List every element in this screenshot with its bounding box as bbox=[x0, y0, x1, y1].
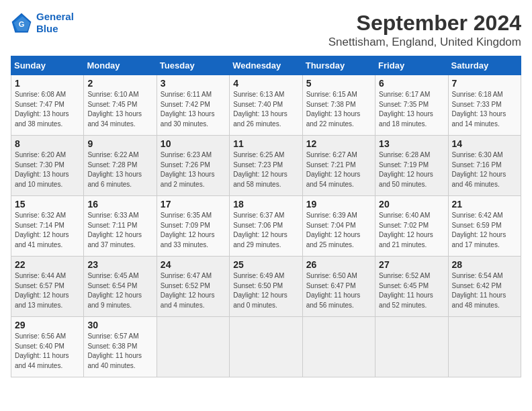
day-number: 6 bbox=[379, 78, 444, 89]
week-row-5: 29Sunrise: 6:56 AM Sunset: 6:40 PM Dayli… bbox=[11, 317, 521, 377]
calendar-cell: 20Sunrise: 6:40 AM Sunset: 7:02 PM Dayli… bbox=[375, 196, 448, 257]
day-info: Sunrise: 6:47 AM Sunset: 6:52 PM Dayligh… bbox=[161, 271, 226, 310]
calendar-cell: 11Sunrise: 6:25 AM Sunset: 7:23 PM Dayli… bbox=[230, 136, 302, 196]
calendar-body: 1Sunrise: 6:08 AM Sunset: 7:47 PM Daylig… bbox=[11, 75, 521, 377]
day-info: Sunrise: 6:08 AM Sunset: 7:47 PM Dayligh… bbox=[15, 90, 80, 129]
calendar-cell: 14Sunrise: 6:30 AM Sunset: 7:16 PM Dayli… bbox=[448, 136, 521, 196]
page-title: September 2024 bbox=[328, 11, 521, 36]
day-info: Sunrise: 6:39 AM Sunset: 7:04 PM Dayligh… bbox=[306, 211, 371, 250]
calendar-cell: 9Sunrise: 6:22 AM Sunset: 7:28 PM Daylig… bbox=[84, 136, 157, 196]
calendar-cell: 3Sunrise: 6:11 AM Sunset: 7:42 PM Daylig… bbox=[157, 75, 229, 136]
day-info: Sunrise: 6:57 AM Sunset: 6:38 PM Dayligh… bbox=[87, 332, 152, 371]
day-number: 22 bbox=[15, 259, 80, 270]
day-number: 12 bbox=[306, 138, 371, 149]
day-info: Sunrise: 6:17 AM Sunset: 7:35 PM Dayligh… bbox=[379, 90, 444, 129]
header-tuesday: Tuesday bbox=[157, 56, 229, 75]
day-number: 25 bbox=[233, 259, 298, 270]
calendar-cell: 7Sunrise: 6:18 AM Sunset: 7:33 PM Daylig… bbox=[448, 75, 521, 136]
day-number: 15 bbox=[15, 199, 80, 210]
day-info: Sunrise: 6:35 AM Sunset: 7:09 PM Dayligh… bbox=[161, 211, 226, 250]
day-info: Sunrise: 6:45 AM Sunset: 6:54 PM Dayligh… bbox=[87, 271, 152, 310]
day-number: 20 bbox=[379, 199, 444, 210]
day-info: Sunrise: 6:54 AM Sunset: 6:42 PM Dayligh… bbox=[452, 271, 517, 310]
day-info: Sunrise: 6:10 AM Sunset: 7:45 PM Dayligh… bbox=[87, 90, 152, 129]
header-thursday: Thursday bbox=[302, 56, 375, 75]
day-info: Sunrise: 6:49 AM Sunset: 6:50 PM Dayligh… bbox=[233, 271, 298, 310]
header-saturday: Saturday bbox=[448, 56, 521, 75]
calendar-cell: 13Sunrise: 6:28 AM Sunset: 7:19 PM Dayli… bbox=[375, 136, 448, 196]
calendar-cell: 29Sunrise: 6:56 AM Sunset: 6:40 PM Dayli… bbox=[11, 317, 84, 377]
day-number: 9 bbox=[87, 138, 152, 149]
day-info: Sunrise: 6:40 AM Sunset: 7:02 PM Dayligh… bbox=[379, 211, 444, 250]
day-number: 26 bbox=[306, 259, 371, 270]
calendar-cell: 5Sunrise: 6:15 AM Sunset: 7:38 PM Daylig… bbox=[302, 75, 375, 136]
day-info: Sunrise: 6:44 AM Sunset: 6:57 PM Dayligh… bbox=[15, 271, 80, 310]
day-number: 2 bbox=[87, 78, 152, 89]
header-monday: Monday bbox=[84, 56, 157, 75]
logo: G General Blue bbox=[11, 11, 74, 35]
calendar-cell bbox=[157, 317, 229, 377]
day-info: Sunrise: 6:27 AM Sunset: 7:21 PM Dayligh… bbox=[306, 150, 371, 189]
day-number: 17 bbox=[161, 199, 226, 210]
calendar-cell: 12Sunrise: 6:27 AM Sunset: 7:21 PM Dayli… bbox=[302, 136, 375, 196]
svg-text:G: G bbox=[19, 20, 25, 28]
day-number: 29 bbox=[15, 320, 80, 330]
page-header: G General Blue September 2024 Snettisham… bbox=[11, 11, 521, 49]
day-info: Sunrise: 6:18 AM Sunset: 7:33 PM Dayligh… bbox=[452, 90, 517, 129]
calendar-cell bbox=[302, 317, 375, 377]
day-number: 27 bbox=[379, 259, 444, 270]
calendar-cell: 23Sunrise: 6:45 AM Sunset: 6:54 PM Dayli… bbox=[84, 257, 157, 317]
calendar-cell: 16Sunrise: 6:33 AM Sunset: 7:11 PM Dayli… bbox=[84, 196, 157, 257]
day-number: 21 bbox=[452, 199, 517, 210]
day-info: Sunrise: 6:33 AM Sunset: 7:11 PM Dayligh… bbox=[87, 211, 152, 250]
day-number: 7 bbox=[452, 78, 517, 89]
day-number: 10 bbox=[161, 138, 226, 149]
week-row-2: 8Sunrise: 6:20 AM Sunset: 7:30 PM Daylig… bbox=[11, 136, 521, 196]
logo-icon: G bbox=[11, 12, 32, 34]
calendar-cell: 25Sunrise: 6:49 AM Sunset: 6:50 PM Dayli… bbox=[230, 257, 302, 317]
calendar-table: SundayMondayTuesdayWednesdayThursdayFrid… bbox=[11, 56, 521, 377]
day-number: 14 bbox=[452, 138, 517, 149]
calendar-cell: 2Sunrise: 6:10 AM Sunset: 7:45 PM Daylig… bbox=[84, 75, 157, 136]
calendar-cell: 6Sunrise: 6:17 AM Sunset: 7:35 PM Daylig… bbox=[375, 75, 448, 136]
day-info: Sunrise: 6:28 AM Sunset: 7:19 PM Dayligh… bbox=[379, 150, 444, 189]
calendar-cell: 15Sunrise: 6:32 AM Sunset: 7:14 PM Dayli… bbox=[11, 196, 84, 257]
calendar-cell: 27Sunrise: 6:52 AM Sunset: 6:45 PM Dayli… bbox=[375, 257, 448, 317]
day-info: Sunrise: 6:32 AM Sunset: 7:14 PM Dayligh… bbox=[15, 211, 80, 250]
calendar-cell bbox=[230, 317, 302, 377]
calendar-cell: 21Sunrise: 6:42 AM Sunset: 6:59 PM Dayli… bbox=[448, 196, 521, 257]
day-number: 23 bbox=[87, 259, 152, 270]
calendar-header-row: SundayMondayTuesdayWednesdayThursdayFrid… bbox=[11, 56, 521, 75]
calendar-cell bbox=[448, 317, 521, 377]
week-row-3: 15Sunrise: 6:32 AM Sunset: 7:14 PM Dayli… bbox=[11, 196, 521, 257]
header-sunday: Sunday bbox=[11, 56, 84, 75]
day-number: 19 bbox=[306, 199, 371, 210]
day-number: 4 bbox=[233, 78, 298, 89]
week-row-4: 22Sunrise: 6:44 AM Sunset: 6:57 PM Dayli… bbox=[11, 257, 521, 317]
calendar-cell: 18Sunrise: 6:37 AM Sunset: 7:06 PM Dayli… bbox=[230, 196, 302, 257]
day-info: Sunrise: 6:23 AM Sunset: 7:26 PM Dayligh… bbox=[161, 150, 226, 189]
week-row-1: 1Sunrise: 6:08 AM Sunset: 7:47 PM Daylig… bbox=[11, 75, 521, 136]
day-info: Sunrise: 6:11 AM Sunset: 7:42 PM Dayligh… bbox=[161, 90, 226, 129]
calendar-cell: 30Sunrise: 6:57 AM Sunset: 6:38 PM Dayli… bbox=[84, 317, 157, 377]
day-info: Sunrise: 6:15 AM Sunset: 7:38 PM Dayligh… bbox=[306, 90, 371, 129]
page-subtitle: Snettisham, England, United Kingdom bbox=[328, 36, 521, 49]
day-number: 3 bbox=[161, 78, 226, 89]
day-number: 30 bbox=[87, 320, 152, 330]
day-number: 5 bbox=[306, 78, 371, 89]
day-number: 18 bbox=[233, 199, 298, 210]
day-number: 16 bbox=[87, 199, 152, 210]
calendar-cell: 1Sunrise: 6:08 AM Sunset: 7:47 PM Daylig… bbox=[11, 75, 84, 136]
day-number: 1 bbox=[15, 78, 80, 89]
day-info: Sunrise: 6:20 AM Sunset: 7:30 PM Dayligh… bbox=[15, 150, 80, 189]
calendar-cell: 26Sunrise: 6:50 AM Sunset: 6:47 PM Dayli… bbox=[302, 257, 375, 317]
calendar-cell: 19Sunrise: 6:39 AM Sunset: 7:04 PM Dayli… bbox=[302, 196, 375, 257]
day-info: Sunrise: 6:42 AM Sunset: 6:59 PM Dayligh… bbox=[452, 211, 517, 250]
day-number: 11 bbox=[233, 138, 298, 149]
calendar-cell: 24Sunrise: 6:47 AM Sunset: 6:52 PM Dayli… bbox=[157, 257, 229, 317]
header-friday: Friday bbox=[375, 56, 448, 75]
calendar-cell: 17Sunrise: 6:35 AM Sunset: 7:09 PM Dayli… bbox=[157, 196, 229, 257]
day-number: 28 bbox=[452, 259, 517, 270]
day-number: 24 bbox=[161, 259, 226, 270]
calendar-cell bbox=[375, 317, 448, 377]
